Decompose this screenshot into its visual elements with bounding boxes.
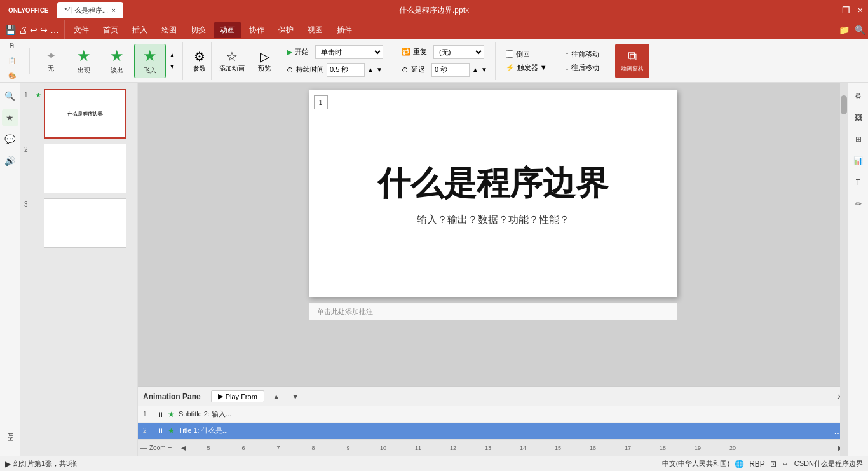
repeat-label: 重复 <box>413 47 431 57</box>
slide-subtitle: 输入？输出？数据？功能？性能？ <box>417 214 569 227</box>
toolbar-paste-button[interactable]: 📋 <box>5 54 19 68</box>
move-backward-label: 往后移动 <box>571 63 599 72</box>
slide-thumb-3 <box>44 198 126 248</box>
menu-view[interactable]: 视图 <box>301 22 329 38</box>
duration-row: ⏱ 持续时间 ▲ ▼ <box>287 63 383 77</box>
play-icon: ▶ <box>218 392 223 400</box>
start-select[interactable]: 单击时 与上一动画同时 上一动画之后 <box>315 45 383 59</box>
menu-home[interactable]: 首页 <box>97 22 125 38</box>
more-qa-button[interactable]: … <box>50 25 59 35</box>
vertical-scrollbar[interactable] <box>840 83 848 456</box>
animation-preset-group: ✦ 无 ★ 出现 ★ 淡出 ★ 飞入 ▲ ▼ <box>35 42 183 80</box>
redo-qa-button[interactable]: ↪ <box>40 25 48 35</box>
menu-animation[interactable]: 动画 <box>214 22 241 38</box>
preview-label: 预览 <box>258 64 271 73</box>
active-tab[interactable]: *什么是程序... × <box>57 2 123 18</box>
right-sidebar-format-icon[interactable]: ⚙ <box>850 88 867 104</box>
slide-item-1[interactable]: 1 ★ 什么是程序边界 <box>23 88 135 140</box>
delay-up[interactable]: ▲ <box>472 66 478 73</box>
play-status-icon[interactable]: ▶ <box>5 460 11 468</box>
notes-area[interactable]: 单击此处添加批注 <box>309 303 677 320</box>
slide-number-1: 1 <box>24 92 33 99</box>
save-qa-button[interactable]: 💾 <box>5 25 16 35</box>
menu-collaborate[interactable]: 协作 <box>243 22 271 38</box>
status-left: ▶ 幻灯片第1张，共3张 <box>5 459 657 468</box>
right-sidebar-chart-icon[interactable]: 📊 <box>850 153 867 169</box>
sidebar-search-icon[interactable]: 🔍 <box>2 88 18 104</box>
repeat-icon: 🔁 <box>402 48 410 56</box>
menu-insert[interactable]: 插入 <box>126 22 154 38</box>
timeline-nav-left[interactable]: ◀ <box>179 444 188 453</box>
fit-icon[interactable]: ⊡ <box>770 460 776 468</box>
slide-item-2[interactable]: 2 ★ <box>23 142 135 195</box>
mark-14: 14 <box>505 445 540 451</box>
anim-scroll-up[interactable]: ▲ <box>167 50 177 60</box>
trigger-icon: ⚡ <box>506 64 515 72</box>
move-backward-button[interactable]: ↓ 往后移动 <box>566 63 600 72</box>
right-sidebar-text-icon[interactable]: T <box>850 174 867 191</box>
fit2-icon[interactable]: ↔ <box>782 460 789 468</box>
menu-plugins[interactable]: 插件 <box>330 22 358 38</box>
add-animation-button[interactable]: ☆ 添加动画 <box>219 49 245 73</box>
repeat-select[interactable]: (无) 2 3 <box>433 45 484 59</box>
menu-switch[interactable]: 切换 <box>184 22 212 38</box>
anim-flyin-button[interactable]: ★ 飞入 <box>134 44 166 78</box>
trigger-button[interactable]: 触发器 ▼ <box>517 63 547 72</box>
reverse-checkbox[interactable] <box>506 50 513 58</box>
mark-15: 15 <box>540 445 575 451</box>
play-from-button[interactable]: ▶ Play From <box>211 390 264 402</box>
anim-nav-up[interactable]: ▲ <box>269 390 283 404</box>
right-sidebar-table-icon[interactable]: ⊞ <box>850 131 867 147</box>
reverse-row: 倒回 <box>506 50 547 59</box>
undo-qa-button[interactable]: ↩ <box>30 25 37 35</box>
duration-input[interactable] <box>327 63 365 77</box>
zoom-plus-button[interactable]: + <box>168 444 172 451</box>
toolbar-formatpaint-button[interactable]: 🎨 <box>5 69 19 83</box>
preview-button[interactable]: ▷ 预览 <box>258 49 271 73</box>
menu-bar: 文件 首页 插入 绘图 切换 动画 协作 保护 视图 插件 📁 🔍 <box>65 20 868 39</box>
right-sidebar-draw-icon[interactable]: ✏ <box>850 196 867 212</box>
mark-12: 12 <box>435 445 470 451</box>
slide-thumb-1: 什么是程序边界 <box>44 89 126 139</box>
anim-item-label-1: Subtitle 2: 输入... <box>179 409 843 419</box>
location-icon[interactable]: 📁 <box>839 25 850 35</box>
anim-list-item-1[interactable]: 1 ⏸ ★ Subtitle 2: 输入... <box>138 406 848 423</box>
close-button[interactable]: × <box>858 5 863 15</box>
search-toolbar-icon[interactable]: 🔍 <box>855 25 865 35</box>
print-qa-button[interactable]: 🖨 <box>18 25 27 35</box>
tab-close[interactable]: × <box>112 7 116 14</box>
anim-scroll-down[interactable]: ▼ <box>167 62 177 72</box>
restore-button[interactable]: ❐ <box>842 5 850 15</box>
delay-down[interactable]: ▼ <box>481 66 487 73</box>
sidebar-chat-icon[interactable]: 💬 <box>2 131 18 147</box>
slide-item-3[interactable]: 3 ★ <box>23 197 135 249</box>
params-button[interactable]: ⚙ 参数 <box>193 49 206 73</box>
timeline-area: — Zoom + ◀ 5 6 7 8 9 10 11 12 13 14 15 <box>138 439 848 456</box>
anim-none-button[interactable]: ✦ 无 <box>35 44 67 78</box>
rit-text: Rit <box>6 430 14 451</box>
duration-down[interactable]: ▼ <box>376 66 383 73</box>
anim-flyin-label: 飞入 <box>144 66 156 75</box>
anim-nav-down[interactable]: ▼ <box>288 390 302 404</box>
anim-list-item-2[interactable]: 2 ⏸ ★ Title 1: 什么是... … <box>138 423 848 439</box>
sidebar-audio-icon[interactable]: 🔊 <box>2 153 18 169</box>
right-sidebar-image-icon[interactable]: 🖼 <box>850 109 867 126</box>
anim-appear-button[interactable]: ★ 出现 <box>68 44 100 78</box>
params-label: 参数 <box>193 64 206 73</box>
anim-item-num-1: 1 <box>143 411 153 418</box>
zoom-minus-button[interactable]: — <box>140 444 147 451</box>
duration-up[interactable]: ▲ <box>367 66 374 73</box>
anim-appear-label: 出现 <box>78 66 90 75</box>
sidebar-star-icon[interactable]: ★ <box>2 109 18 126</box>
toolbar-copy-button[interactable]: ⎘ <box>5 39 19 53</box>
menu-file[interactable]: 文件 <box>67 22 95 38</box>
move-forward-button[interactable]: ↑ 往前移动 <box>566 50 600 59</box>
anim-fadeout-button[interactable]: ★ 淡出 <box>101 44 133 78</box>
animation-pane-button[interactable]: ⧉ 动画窗格 <box>615 44 649 78</box>
menu-protect[interactable]: 保护 <box>272 22 300 38</box>
delay-input[interactable] <box>431 63 470 77</box>
menu-draw[interactable]: 绘图 <box>155 22 183 38</box>
minimize-button[interactable]: — <box>825 5 834 15</box>
mark-16: 16 <box>575 445 610 451</box>
spell-icon[interactable]: RBP <box>749 460 765 468</box>
